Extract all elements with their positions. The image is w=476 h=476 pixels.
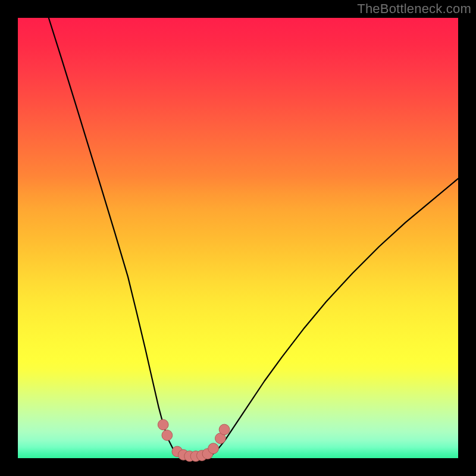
bottleneck-curve (49, 18, 458, 458)
curve-layer (18, 18, 458, 458)
watermark-text: TheBottleneck.com (357, 1, 471, 17)
curve-marker (158, 419, 168, 430)
curve-marker (208, 443, 219, 454)
curve-marker (219, 424, 230, 435)
curve-marker (162, 430, 173, 441)
curve-markers (158, 419, 230, 462)
plot-area (18, 18, 458, 458)
chart-frame: TheBottleneck.com (0, 0, 476, 476)
